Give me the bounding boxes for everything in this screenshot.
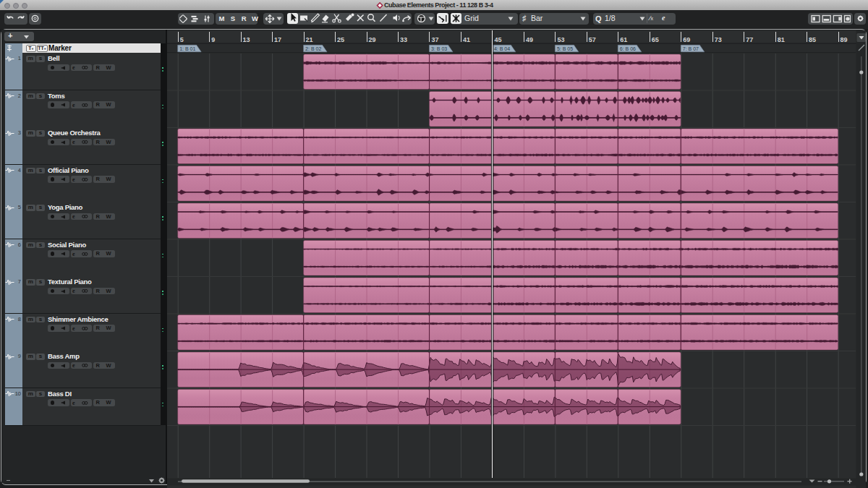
svg-text:21: 21 (306, 36, 313, 43)
svg-text:29: 29 (369, 36, 376, 43)
svg-text:41: 41 (463, 36, 470, 43)
svg-text:45: 45 (494, 36, 501, 43)
svg-text:9: 9 (211, 36, 215, 43)
svg-text:3: B 03: 3: B 03 (431, 46, 447, 51)
svg-text:17: 17 (274, 36, 281, 43)
svg-text:25: 25 (337, 36, 344, 43)
svg-text:81: 81 (778, 36, 785, 43)
svg-text:85: 85 (809, 36, 816, 43)
svg-text:6: B 06: 6: B 06 (620, 46, 636, 51)
svg-text:1: B 01: 1: B 01 (179, 46, 195, 51)
svg-text:69: 69 (683, 36, 690, 43)
svg-text:5: B 05: 5: B 05 (557, 46, 573, 51)
svg-text:89: 89 (841, 36, 848, 43)
svg-text:73: 73 (715, 36, 722, 43)
svg-text:37: 37 (432, 36, 439, 43)
svg-text:53: 53 (557, 36, 564, 43)
svg-text:57: 57 (589, 36, 596, 43)
svg-text:4: B 04: 4: B 04 (494, 46, 510, 51)
svg-text:65: 65 (652, 36, 659, 43)
svg-text:33: 33 (400, 36, 407, 43)
svg-text:5: 5 (180, 36, 184, 43)
svg-text:13: 13 (243, 36, 250, 43)
svg-text:49: 49 (526, 36, 533, 43)
svg-text:7: B 07: 7: B 07 (683, 46, 699, 51)
svg-text:61: 61 (620, 36, 627, 43)
svg-text:77: 77 (746, 36, 753, 43)
svg-text:2: B 02: 2: B 02 (305, 46, 321, 51)
